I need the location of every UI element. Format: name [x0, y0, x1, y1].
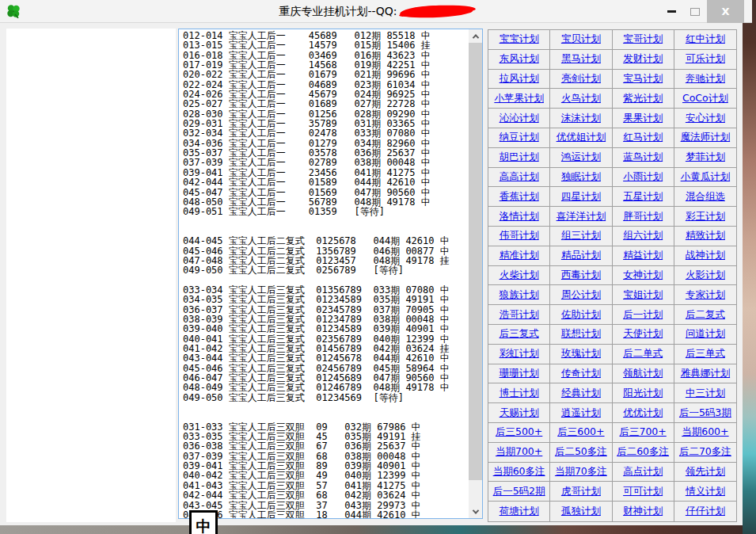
plan-link[interactable]: 安心计划	[686, 112, 725, 125]
plan-link[interactable]: 精益计划	[623, 249, 663, 262]
plan-link[interactable]: 魔法师计划	[681, 131, 731, 144]
plan-link[interactable]: 孤独计划	[561, 505, 601, 518]
scrollbar[interactable]	[469, 29, 482, 518]
plan-link[interactable]: 经典计划	[561, 387, 601, 400]
plan-link[interactable]: 专家计划	[686, 288, 725, 302]
plan-link[interactable]: 小苹果计划	[494, 92, 544, 105]
plan-link[interactable]: 宝哥计划	[623, 32, 663, 46]
plan-link[interactable]: 阳光计划	[623, 387, 663, 400]
plan-link[interactable]: 沫沫计划	[561, 112, 601, 125]
plan-link[interactable]: CoCo计划	[682, 92, 728, 105]
plan-link[interactable]: 香蕉计划	[500, 190, 539, 204]
plan-link[interactable]: 奔驰计划	[686, 72, 725, 86]
plan-link[interactable]: 后二单式	[623, 347, 663, 360]
plan-link[interactable]: 问道计划	[686, 327, 725, 341]
plan-link[interactable]: 周公计划	[561, 288, 601, 302]
plan-link[interactable]: 东风计划	[500, 52, 539, 66]
scroll-up-button[interactable]	[469, 29, 482, 43]
plan-link[interactable]: 逍遥计划	[561, 406, 601, 420]
plan-link[interactable]: 当期70多注	[555, 465, 607, 479]
plan-link[interactable]: 混合组选	[686, 190, 725, 204]
plan-link[interactable]: 后二50多注	[555, 445, 607, 459]
plan-link[interactable]: 荷塘计划	[500, 505, 539, 518]
plan-link[interactable]: 可乐计划	[686, 52, 725, 66]
plan-link[interactable]: 女神计划	[623, 269, 663, 282]
plan-link[interactable]: 后三600+	[557, 425, 604, 439]
plan-link[interactable]: 独眠计划	[561, 170, 601, 184]
plan-link[interactable]: 精准计划	[500, 249, 539, 262]
plan-link[interactable]: 后三700+	[619, 425, 666, 439]
plan-link[interactable]: 天赐计划	[500, 406, 539, 420]
plan-link[interactable]: 高点计划	[623, 465, 663, 479]
plan-link[interactable]: 雅典娜计划	[681, 367, 731, 380]
plan-link[interactable]: 蓝鸟计划	[623, 151, 663, 164]
plan-link[interactable]: 发财计划	[623, 52, 663, 66]
minimize-button[interactable]	[659, 0, 683, 23]
plan-link[interactable]: 佐助计划	[561, 308, 601, 322]
plan-link[interactable]: 后二70多注	[679, 445, 731, 459]
plan-link[interactable]: 梦菲计划	[686, 151, 725, 164]
plan-link[interactable]: 黑马计划	[561, 52, 601, 66]
plan-link[interactable]: 可可计划	[623, 485, 663, 498]
plan-link[interactable]: 后一5码2期	[493, 485, 545, 498]
plan-link[interactable]: 伟哥计划	[500, 229, 539, 242]
plan-link[interactable]: 组六计划	[623, 229, 663, 242]
plan-link[interactable]: 浩哥计划	[500, 308, 539, 322]
plan-link[interactable]: 高高计划	[500, 170, 539, 184]
plan-link[interactable]: 领航计划	[623, 367, 663, 380]
plan-link[interactable]: 红马计划	[623, 131, 663, 144]
plan-link[interactable]: 当期60多注	[493, 465, 545, 479]
plan-link[interactable]: 玫瑰计划	[561, 347, 601, 360]
plan-link[interactable]: 胖哥计划	[623, 210, 663, 223]
plan-link[interactable]: 胡巴计划	[500, 151, 539, 164]
plan-link[interactable]: 传奇计划	[561, 367, 601, 380]
plan-link[interactable]: 后三复式	[500, 327, 539, 341]
plan-link[interactable]: 宝马计划	[623, 72, 663, 86]
plan-link[interactable]: 当期700+	[496, 445, 542, 459]
plan-link[interactable]: 紫光计划	[623, 92, 663, 105]
plan-log-textarea[interactable]: 012-014 宝宝人工后一 45689 012期 85518 中 013-01…	[178, 29, 483, 519]
plan-link[interactable]: 鸿运计划	[561, 151, 601, 164]
plan-link[interactable]: 西毒计划	[561, 269, 601, 282]
plan-link[interactable]: 虎哥计划	[561, 485, 601, 498]
plan-link[interactable]: 火鸟计划	[561, 92, 601, 105]
plan-link[interactable]: 组三计划	[561, 229, 601, 242]
plan-link[interactable]: 四星计划	[561, 190, 601, 204]
plan-link[interactable]: 后一5码3期	[679, 406, 731, 420]
plan-link[interactable]: 中三计划	[686, 387, 725, 400]
plan-link[interactable]: 战神计划	[686, 249, 725, 262]
plan-link[interactable]: 彩王计划	[686, 210, 725, 223]
maximize-button[interactable]	[683, 0, 707, 23]
plan-link[interactable]: 火影计划	[686, 269, 725, 282]
close-button[interactable]: X	[707, 0, 744, 23]
plan-link[interactable]: 领先计划	[686, 465, 725, 479]
plan-link[interactable]: 珊珊计划	[500, 367, 539, 380]
plan-link[interactable]: 喜洋洋计划	[557, 210, 606, 223]
plan-link[interactable]: 宝姐计划	[623, 288, 663, 302]
plan-link[interactable]: 仔仔计划	[686, 505, 725, 518]
plan-link[interactable]: 联想计划	[561, 327, 601, 341]
plan-link[interactable]: 拉风计划	[500, 72, 539, 86]
scroll-down-button[interactable]	[469, 505, 482, 518]
plan-link[interactable]: 后二复式	[686, 308, 725, 322]
plan-link[interactable]: 优优姐计划	[557, 131, 606, 144]
plan-link[interactable]: 小黄瓜计划	[681, 170, 731, 184]
plan-link[interactable]: 五星计划	[623, 190, 663, 204]
plan-link[interactable]: 果果计划	[623, 112, 663, 125]
plan-link[interactable]: 狼族计划	[500, 288, 539, 302]
plan-link[interactable]: 精品计划	[561, 249, 601, 262]
plan-link[interactable]: 精致计划	[686, 229, 725, 242]
plan-link[interactable]: 纳豆计划	[500, 131, 539, 144]
plan-link[interactable]: 小雨计划	[623, 170, 663, 184]
plan-link[interactable]: 后一计划	[623, 308, 663, 322]
plan-link[interactable]: 宝贝计划	[561, 32, 601, 46]
plan-link[interactable]: 后三500+	[496, 425, 542, 439]
plan-link[interactable]: 洛情计划	[500, 210, 539, 223]
plan-link[interactable]: 亮剑计划	[561, 72, 601, 86]
plan-link[interactable]: 宝宝计划	[500, 32, 539, 46]
plan-link[interactable]: 后三单式	[686, 347, 725, 360]
plan-link[interactable]: 火柴计划	[500, 269, 539, 282]
plan-link[interactable]: 沁沁计划	[500, 112, 539, 125]
plan-link[interactable]: 红中计划	[686, 32, 725, 46]
plan-link[interactable]: 博士计划	[500, 387, 539, 400]
